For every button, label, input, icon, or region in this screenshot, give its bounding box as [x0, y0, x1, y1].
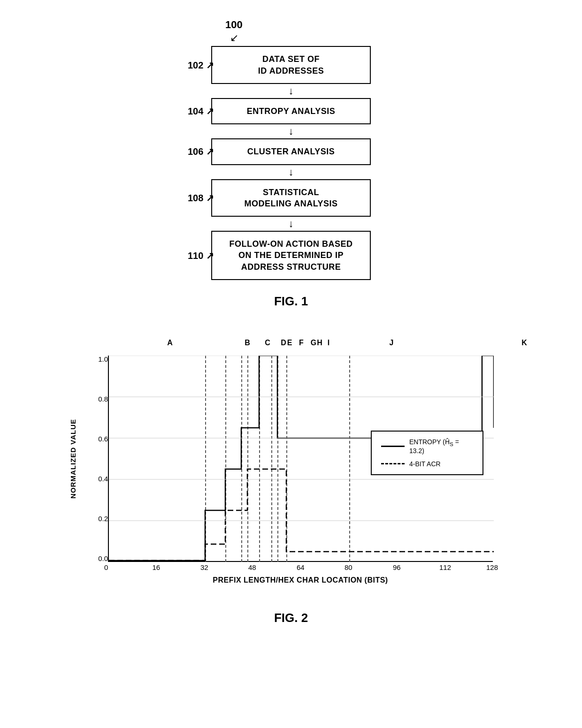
- box-102: DATA SET OFID ADDRESSES: [211, 46, 371, 84]
- y-tick-04: 0.4: [94, 475, 108, 482]
- legend-line-solid: [381, 446, 405, 447]
- fig2-caption: FIG. 2: [274, 611, 308, 625]
- label-108: 108 ↗: [188, 192, 214, 204]
- flow-row-104: 104 ↗ ENTROPY ANALYSIS: [150, 98, 432, 124]
- x-tick-112: 112: [439, 563, 451, 571]
- y-tick-00: 0.0: [94, 555, 108, 562]
- x-tick-96: 96: [393, 563, 401, 571]
- box-108: STATISTICALMODELING ANALYSIS: [211, 179, 371, 217]
- box-110: FOLLOW-ON ACTION BASEDON THE DETERMINED …: [211, 231, 371, 280]
- chart-container: NORMALIZED VALUE 1.0 0.8 0.6 0.4 0.2 0.0…: [66, 337, 516, 599]
- legend-acr-label: 4-BIT ACR: [409, 460, 441, 468]
- arrow-4: ↓: [289, 219, 294, 229]
- x-tick-48: 48: [248, 563, 256, 571]
- label-110: 110 ↗: [188, 250, 214, 261]
- x-axis-label: PREFIX LENGTH/HEX CHAR LOCATION (BITS): [108, 576, 493, 584]
- y-tick-08: 0.8: [94, 395, 108, 402]
- arrow-1: ↓: [289, 86, 294, 96]
- col-letter-F: F: [299, 339, 304, 347]
- col-letter-D: D: [281, 339, 286, 347]
- box-104: ENTROPY ANALYSIS: [211, 98, 371, 124]
- y-tick-10: 1.0: [94, 356, 108, 363]
- y-axis-label: NORMALIZED VALUE: [66, 356, 80, 562]
- col-letter-G: G: [311, 339, 316, 347]
- fig2-section: NORMALIZED VALUE 1.0 0.8 0.6 0.4 0.2 0.0…: [0, 323, 582, 635]
- flow-row-108: 108 ↗ STATISTICALMODELING ANALYSIS: [150, 179, 432, 217]
- col-letter-I: I: [328, 339, 329, 347]
- col-letter-J: J: [390, 339, 394, 347]
- flow-row-102: 102 ↗ DATA SET OFID ADDRESSES: [150, 46, 432, 84]
- y-tick-02: 0.2: [94, 515, 108, 522]
- x-tick-32: 32: [200, 563, 208, 571]
- label-102: 102 ↗: [188, 60, 214, 71]
- flowchart: 102 ↗ DATA SET OFID ADDRESSES ↓ 104 ↗ EN…: [150, 46, 432, 280]
- chart-area: A B C D E F G H I J K: [108, 356, 493, 562]
- x-tick-80: 80: [345, 563, 352, 571]
- arrow-2: ↓: [289, 126, 294, 136]
- arrow-3: ↓: [289, 167, 294, 177]
- x-tick-0: 0: [104, 563, 108, 571]
- col-letter-H: H: [317, 339, 322, 347]
- legend-box: ENTROPY (ĤS = 13.2) 4-BIT ACR: [371, 431, 483, 475]
- col-letter-C: C: [265, 339, 270, 347]
- fig1-caption: FIG. 1: [274, 294, 308, 309]
- label-104: 104 ↗: [188, 106, 214, 117]
- col-letter-K: K: [521, 339, 527, 347]
- legend-line-dashed: [381, 463, 405, 464]
- box-106: CLUSTER ANALYSIS: [211, 138, 371, 165]
- col-letter-E: E: [287, 339, 292, 347]
- x-tick-128: 128: [486, 563, 498, 571]
- x-tick-16: 16: [153, 563, 161, 571]
- y-tick-06: 0.6: [94, 435, 108, 442]
- col-letters: A B C D E F G H I J K: [151, 339, 536, 351]
- legend-entropy: ENTROPY (ĤS = 13.2): [381, 438, 473, 455]
- col-letter-A: A: [167, 339, 173, 347]
- col-letter-B: B: [245, 339, 250, 347]
- x-tick-64: 64: [297, 563, 305, 571]
- label-106: 106 ↗: [188, 146, 214, 157]
- legend-entropy-label: ENTROPY (ĤS = 13.2): [409, 438, 473, 455]
- y-ticks: 1.0 0.8 0.6 0.4 0.2 0.0: [94, 356, 108, 562]
- ref-100: 100: [225, 19, 243, 31]
- legend-acr: 4-BIT ACR: [381, 460, 473, 468]
- flow-row-106: 106 ↗ CLUSTER ANALYSIS: [150, 138, 432, 165]
- arrow-100: ↙: [230, 32, 238, 44]
- acr-line: [109, 469, 494, 561]
- flow-row-110: 110 ↗ FOLLOW-ON ACTION BASEDON THE DETER…: [150, 231, 432, 280]
- fig1-section: 100 ↙ 102 ↗ DATA SET OFID ADDRESSES ↓ 10…: [0, 0, 582, 323]
